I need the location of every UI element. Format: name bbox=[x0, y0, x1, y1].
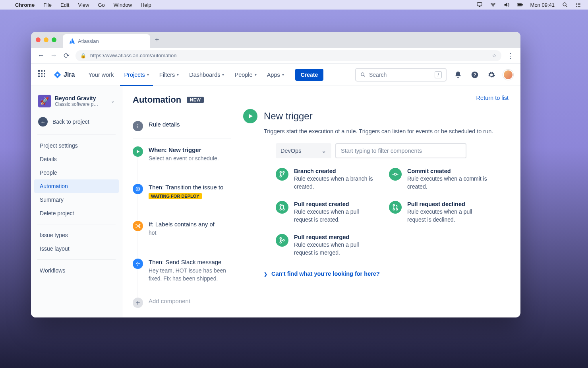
bookmark-icon[interactable]: ☆ bbox=[492, 53, 497, 58]
nav-dashboards[interactable]: Dashboards▾ bbox=[185, 64, 228, 86]
sidebar-issue-types[interactable]: Issue types bbox=[34, 228, 119, 242]
trigger-option-commit-created[interactable]: Commit createdRule executes when a commi… bbox=[389, 168, 490, 191]
add-component-button[interactable]: Add component bbox=[133, 294, 231, 312]
svg-point-7 bbox=[576, 4, 577, 5]
browser-window: Atlassian + ← → ⟳ 🔒 https://www.atlassia… bbox=[31, 32, 520, 317]
sidebar-summary[interactable]: Summary bbox=[34, 193, 119, 206]
menubar-window[interactable]: Window bbox=[114, 2, 132, 8]
nav-apps[interactable]: Apps▾ bbox=[263, 64, 288, 86]
project-switcher[interactable]: 🚀 Beyond Gravity Classic software p… ⌄ bbox=[34, 93, 119, 113]
atlassian-icon bbox=[69, 38, 75, 44]
forward-button: → bbox=[50, 51, 57, 60]
category-select[interactable]: DevOps ⌄ bbox=[276, 143, 331, 158]
control-center-icon[interactable] bbox=[575, 2, 582, 8]
window-maximize-icon[interactable] bbox=[52, 37, 56, 42]
return-to-list-link[interactable]: Return to list bbox=[243, 95, 509, 101]
volume-icon[interactable] bbox=[503, 2, 510, 8]
rule-step-trigger[interactable]: When: New trigger Select an event or sch… bbox=[133, 142, 231, 166]
chevron-down-icon: ▾ bbox=[255, 72, 257, 77]
chevron-down-icon: ⌄ bbox=[111, 98, 115, 104]
project-name: Beyond Gravity bbox=[55, 95, 98, 101]
rule-details-row[interactable]: Rule details bbox=[133, 117, 231, 135]
url-text: https://www.atlassian.com/automation bbox=[90, 53, 177, 58]
svg-rect-4 bbox=[522, 4, 522, 6]
app-switcher-icon[interactable] bbox=[38, 70, 48, 80]
browser-tab-title: Atlassian bbox=[78, 38, 99, 44]
svg-point-32 bbox=[283, 240, 284, 241]
search-placeholder: Search bbox=[369, 72, 387, 78]
menubar-help[interactable]: Help bbox=[141, 2, 151, 8]
sidebar-details[interactable]: Details bbox=[34, 152, 119, 166]
jira-logo[interactable]: Jira bbox=[53, 71, 75, 79]
sidebar-workflows[interactable]: Workflows bbox=[34, 264, 119, 277]
chevron-down-icon: ⌄ bbox=[321, 148, 327, 154]
menubar-file[interactable]: File bbox=[43, 2, 52, 8]
search-input[interactable]: Search / bbox=[355, 68, 447, 82]
sidebar-delete-project[interactable]: Delete project bbox=[34, 206, 119, 220]
battery-icon[interactable] bbox=[517, 2, 523, 8]
rule-step-transition[interactable]: Then: Transition the issue to WAITING FO… bbox=[133, 180, 231, 203]
svg-point-30 bbox=[280, 238, 281, 239]
menubar-app[interactable]: Chrome bbox=[15, 2, 35, 8]
svg-rect-18 bbox=[137, 261, 138, 263]
sidebar-project-settings[interactable]: Project settings bbox=[34, 139, 119, 152]
menubar-view[interactable]: View bbox=[78, 2, 89, 8]
trigger-option-pr-merged[interactable]: Pull request mergedRule executes when a … bbox=[276, 234, 377, 257]
notifications-icon[interactable] bbox=[453, 70, 463, 80]
window-close-icon[interactable] bbox=[36, 37, 41, 42]
pull-request-merged-icon bbox=[276, 234, 288, 247]
svg-point-9 bbox=[361, 73, 364, 76]
info-icon bbox=[133, 121, 143, 131]
project-icon: 🚀 bbox=[38, 95, 51, 107]
browser-menu-icon[interactable]: ⋮ bbox=[507, 51, 514, 60]
address-bar[interactable]: 🔒 https://www.atlassian.com/automation ☆ bbox=[75, 50, 501, 61]
trigger-heading: New trigger bbox=[264, 111, 313, 122]
sidebar-automation[interactable]: Automation bbox=[34, 179, 119, 193]
svg-point-15 bbox=[137, 189, 139, 190]
window-minimize-icon[interactable] bbox=[44, 37, 48, 42]
menubar-go[interactable]: Go bbox=[98, 2, 104, 8]
browser-toolbar: ← → ⟳ 🔒 https://www.atlassian.com/automa… bbox=[31, 48, 520, 64]
svg-point-8 bbox=[576, 6, 577, 7]
trigger-option-pr-declined[interactable]: Pull request declinedRule executes when … bbox=[389, 201, 490, 224]
settings-icon[interactable] bbox=[486, 70, 497, 80]
svg-point-5 bbox=[563, 3, 566, 6]
svg-point-21 bbox=[283, 171, 284, 173]
project-sidebar: 🚀 Beyond Gravity Classic software p… ⌄ ←… bbox=[31, 86, 122, 317]
lock-icon: 🔒 bbox=[80, 53, 86, 58]
trigger-option-pr-created[interactable]: Pull request createdRule executes when a… bbox=[276, 201, 377, 224]
play-icon bbox=[243, 109, 257, 123]
airplay-icon[interactable] bbox=[476, 2, 483, 8]
rule-step-slack[interactable]: Then: Send Slack message Hey team, HOT i… bbox=[133, 255, 231, 287]
nav-filters[interactable]: Filters▾ bbox=[155, 64, 183, 86]
menubar-clock[interactable]: Mon 09:41 bbox=[530, 2, 555, 8]
nav-projects[interactable]: Projects▾ bbox=[120, 64, 153, 86]
slack-icon bbox=[133, 259, 143, 269]
help-icon[interactable]: ? bbox=[470, 70, 480, 80]
reload-button[interactable]: ⟳ bbox=[63, 51, 70, 60]
cant-find-link[interactable]: ❯ Can't find what you're looking for her… bbox=[264, 271, 509, 277]
menubar-edit[interactable]: Edit bbox=[60, 2, 69, 8]
nav-your-work[interactable]: Your work bbox=[84, 64, 118, 86]
svg-rect-3 bbox=[517, 4, 521, 6]
back-to-project[interactable]: ← Back to project bbox=[34, 113, 119, 130]
trigger-option-branch-created[interactable]: Branch createdRule executes when a branc… bbox=[276, 168, 377, 191]
browser-tab[interactable]: Atlassian bbox=[63, 34, 150, 48]
nav-people[interactable]: People▾ bbox=[230, 64, 260, 86]
svg-rect-17 bbox=[138, 263, 140, 264]
rule-step-condition[interactable]: If: Labels contains any of hot bbox=[133, 217, 231, 241]
sidebar-people[interactable]: People bbox=[34, 166, 119, 179]
user-avatar[interactable] bbox=[503, 70, 513, 80]
search-icon bbox=[360, 72, 366, 78]
spotlight-icon[interactable] bbox=[562, 2, 568, 8]
chevron-down-icon: ▾ bbox=[222, 72, 224, 77]
new-tab-button[interactable]: + bbox=[155, 36, 159, 44]
wifi-icon[interactable] bbox=[490, 2, 496, 8]
new-badge: NEW bbox=[187, 97, 204, 103]
sidebar-issue-layout[interactable]: Issue layout bbox=[34, 242, 119, 255]
browser-tabbar: Atlassian + bbox=[31, 32, 520, 48]
create-button[interactable]: Create bbox=[295, 69, 324, 81]
component-filter-input[interactable] bbox=[335, 143, 466, 158]
back-button[interactable]: ← bbox=[37, 51, 44, 60]
commit-icon bbox=[389, 168, 402, 181]
